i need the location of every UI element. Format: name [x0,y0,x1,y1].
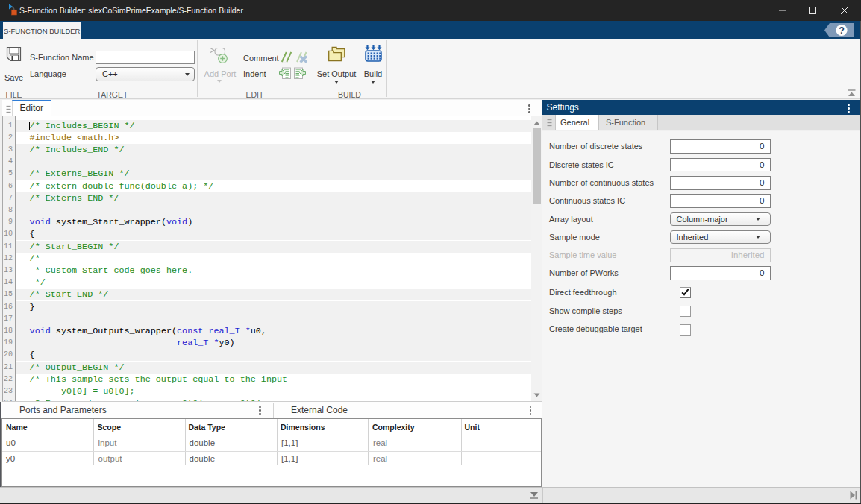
svg-text:?: ? [839,25,845,35]
